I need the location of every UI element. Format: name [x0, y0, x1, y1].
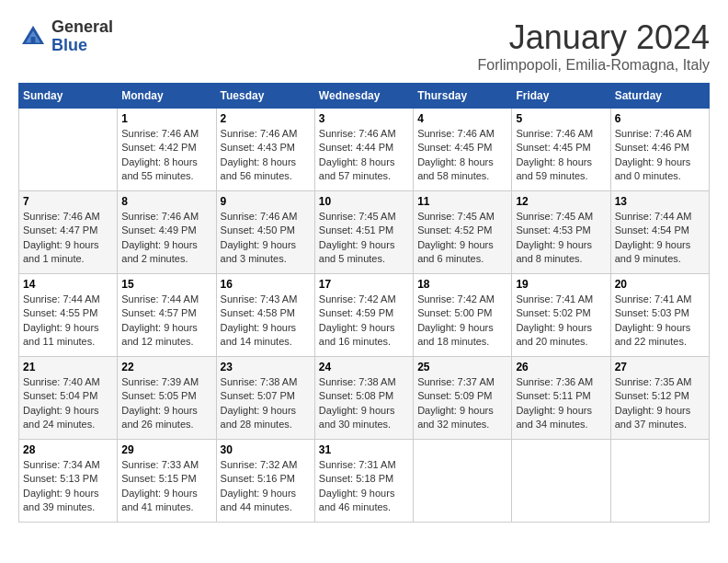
day-info: Sunrise: 7:45 AM Sunset: 4:53 PM Dayligh… [516, 210, 606, 267]
day-info: Sunrise: 7:43 AM Sunset: 4:58 PM Dayligh… [221, 293, 311, 350]
calendar-cell: 6Sunrise: 7:46 AM Sunset: 4:46 PM Daylig… [610, 109, 709, 191]
day-number: 9 [221, 195, 311, 208]
day-info: Sunrise: 7:45 AM Sunset: 4:51 PM Dayligh… [319, 210, 409, 267]
calendar-cell: 24Sunrise: 7:38 AM Sunset: 5:08 PM Dayli… [314, 357, 413, 440]
day-info: Sunrise: 7:38 AM Sunset: 5:08 PM Dayligh… [319, 375, 409, 432]
calendar-cell: 26Sunrise: 7:36 AM Sunset: 5:11 PM Dayli… [512, 357, 610, 440]
header-friday: Friday [512, 84, 610, 109]
day-number: 17 [319, 278, 409, 291]
calendar-week-row: 1Sunrise: 7:46 AM Sunset: 4:42 PM Daylig… [19, 109, 710, 191]
header-tuesday: Tuesday [216, 84, 314, 109]
day-number: 12 [516, 195, 606, 208]
calendar-cell: 15Sunrise: 7:44 AM Sunset: 4:57 PM Dayli… [118, 274, 216, 357]
day-number: 13 [615, 195, 705, 208]
calendar-cell: 27Sunrise: 7:35 AM Sunset: 5:12 PM Dayli… [610, 357, 709, 440]
calendar-cell: 4Sunrise: 7:46 AM Sunset: 4:45 PM Daylig… [414, 109, 512, 191]
calendar-cell: 11Sunrise: 7:45 AM Sunset: 4:52 PM Dayli… [414, 191, 512, 274]
day-info: Sunrise: 7:38 AM Sunset: 5:07 PM Dayligh… [221, 375, 311, 432]
day-number: 28 [23, 443, 113, 456]
logo-general-text: General [51, 17, 113, 36]
logo-icon [18, 22, 48, 52]
calendar-week-row: 14Sunrise: 7:44 AM Sunset: 4:55 PM Dayli… [19, 274, 710, 357]
calendar-cell: 21Sunrise: 7:40 AM Sunset: 5:04 PM Dayli… [19, 357, 118, 440]
day-info: Sunrise: 7:44 AM Sunset: 4:55 PM Dayligh… [23, 293, 113, 350]
day-number: 24 [319, 361, 409, 373]
page-header: General Blue January 2024 Forlimpopoli, … [18, 18, 710, 74]
calendar-week-row: 28Sunrise: 7:34 AM Sunset: 5:13 PM Dayli… [19, 440, 710, 523]
calendar-cell: 13Sunrise: 7:44 AM Sunset: 4:54 PM Dayli… [610, 191, 709, 274]
day-info: Sunrise: 7:40 AM Sunset: 5:04 PM Dayligh… [23, 375, 113, 432]
day-info: Sunrise: 7:46 AM Sunset: 4:50 PM Dayligh… [221, 210, 311, 267]
header-wednesday: Wednesday [314, 84, 413, 109]
day-number: 18 [417, 278, 507, 291]
calendar-cell: 14Sunrise: 7:44 AM Sunset: 4:55 PM Dayli… [19, 274, 118, 357]
calendar-cell: 3Sunrise: 7:46 AM Sunset: 4:44 PM Daylig… [314, 109, 413, 191]
svg-rect-2 [31, 37, 36, 44]
calendar-cell: 9Sunrise: 7:46 AM Sunset: 4:50 PM Daylig… [216, 191, 314, 274]
day-info: Sunrise: 7:39 AM Sunset: 5:05 PM Dayligh… [121, 375, 211, 432]
calendar-cell: 23Sunrise: 7:38 AM Sunset: 5:07 PM Dayli… [216, 357, 314, 440]
calendar-cell: 29Sunrise: 7:33 AM Sunset: 5:15 PM Dayli… [118, 440, 216, 523]
calendar-cell [19, 109, 118, 191]
calendar-cell: 28Sunrise: 7:34 AM Sunset: 5:13 PM Dayli… [19, 440, 118, 523]
day-info: Sunrise: 7:36 AM Sunset: 5:11 PM Dayligh… [516, 375, 606, 432]
day-info: Sunrise: 7:41 AM Sunset: 5:02 PM Dayligh… [516, 293, 606, 350]
calendar-week-row: 21Sunrise: 7:40 AM Sunset: 5:04 PM Dayli… [19, 357, 710, 440]
day-info: Sunrise: 7:37 AM Sunset: 5:09 PM Dayligh… [417, 375, 507, 432]
calendar-cell: 10Sunrise: 7:45 AM Sunset: 4:51 PM Dayli… [314, 191, 413, 274]
day-number: 7 [23, 195, 113, 208]
header-saturday: Saturday [610, 84, 709, 109]
calendar-cell [414, 440, 512, 523]
day-info: Sunrise: 7:42 AM Sunset: 4:59 PM Dayligh… [319, 293, 409, 350]
calendar-table: Sunday Monday Tuesday Wednesday Thursday… [18, 83, 710, 523]
day-number: 2 [221, 112, 311, 125]
day-info: Sunrise: 7:46 AM Sunset: 4:42 PM Dayligh… [121, 127, 211, 184]
day-info: Sunrise: 7:44 AM Sunset: 4:54 PM Dayligh… [615, 210, 705, 267]
day-info: Sunrise: 7:31 AM Sunset: 5:18 PM Dayligh… [319, 458, 409, 515]
day-info: Sunrise: 7:34 AM Sunset: 5:13 PM Dayligh… [23, 458, 113, 515]
day-info: Sunrise: 7:42 AM Sunset: 5:00 PM Dayligh… [417, 293, 507, 350]
day-info: Sunrise: 7:32 AM Sunset: 5:16 PM Dayligh… [221, 458, 311, 515]
day-number: 16 [221, 278, 311, 291]
calendar-cell [610, 440, 709, 523]
calendar-cell: 31Sunrise: 7:31 AM Sunset: 5:18 PM Dayli… [314, 440, 413, 523]
day-info: Sunrise: 7:35 AM Sunset: 5:12 PM Dayligh… [615, 375, 705, 432]
day-number: 21 [23, 361, 113, 373]
day-number: 15 [121, 278, 211, 291]
day-number: 26 [516, 361, 606, 373]
day-info: Sunrise: 7:46 AM Sunset: 4:47 PM Dayligh… [23, 210, 113, 267]
day-info: Sunrise: 7:33 AM Sunset: 5:15 PM Dayligh… [121, 458, 211, 515]
header-thursday: Thursday [414, 84, 512, 109]
calendar-cell: 20Sunrise: 7:41 AM Sunset: 5:03 PM Dayli… [610, 274, 709, 357]
calendar-cell: 8Sunrise: 7:46 AM Sunset: 4:49 PM Daylig… [118, 191, 216, 274]
header-sunday: Sunday [19, 84, 118, 109]
day-number: 30 [221, 443, 311, 456]
day-number: 25 [417, 361, 507, 373]
day-info: Sunrise: 7:46 AM Sunset: 4:46 PM Dayligh… [615, 127, 705, 184]
day-number: 8 [121, 195, 211, 208]
calendar-cell: 17Sunrise: 7:42 AM Sunset: 4:59 PM Dayli… [314, 274, 413, 357]
month-title: January 2024 [477, 18, 710, 57]
calendar-cell: 16Sunrise: 7:43 AM Sunset: 4:58 PM Dayli… [216, 274, 314, 357]
day-number: 23 [221, 361, 311, 373]
day-number: 4 [417, 112, 507, 125]
logo-blue-text: Blue [51, 36, 87, 54]
calendar-week-row: 7Sunrise: 7:46 AM Sunset: 4:47 PM Daylig… [19, 191, 710, 274]
calendar-cell: 7Sunrise: 7:46 AM Sunset: 4:47 PM Daylig… [19, 191, 118, 274]
day-info: Sunrise: 7:46 AM Sunset: 4:49 PM Dayligh… [121, 210, 211, 267]
day-info: Sunrise: 7:41 AM Sunset: 5:03 PM Dayligh… [615, 293, 705, 350]
day-info: Sunrise: 7:46 AM Sunset: 4:45 PM Dayligh… [417, 127, 507, 184]
location-title: Forlimpopoli, Emilia-Romagna, Italy [477, 57, 710, 74]
calendar-cell [512, 440, 610, 523]
day-info: Sunrise: 7:45 AM Sunset: 4:52 PM Dayligh… [417, 210, 507, 267]
day-info: Sunrise: 7:46 AM Sunset: 4:45 PM Dayligh… [516, 127, 606, 184]
day-number: 11 [417, 195, 507, 208]
calendar-cell: 1Sunrise: 7:46 AM Sunset: 4:42 PM Daylig… [118, 109, 216, 191]
calendar-cell: 22Sunrise: 7:39 AM Sunset: 5:05 PM Dayli… [118, 357, 216, 440]
header-monday: Monday [118, 84, 216, 109]
title-block: January 2024 Forlimpopoli, Emilia-Romagn… [477, 18, 710, 74]
day-number: 19 [516, 278, 606, 291]
day-number: 29 [121, 443, 211, 456]
day-number: 14 [23, 278, 113, 291]
day-number: 10 [319, 195, 409, 208]
